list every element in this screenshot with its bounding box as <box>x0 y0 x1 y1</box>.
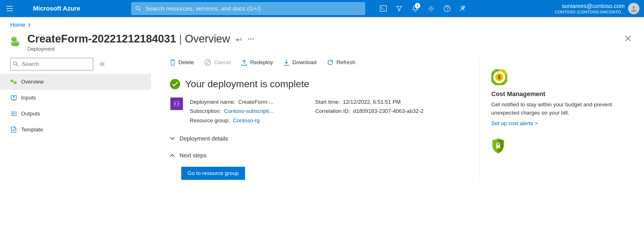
sidebar-item-inputs[interactable]: Inputs <box>0 90 151 106</box>
deployment-type-icon <box>170 97 183 110</box>
template-icon <box>10 126 17 133</box>
deployment-details: Deployment name: CreateForm-... Subscrip… <box>170 97 471 125</box>
title-block: CreateForm-20221212184031 | Overview Dep… <box>27 33 625 52</box>
search-icon <box>135 6 141 11</box>
cost-alerts-link[interactable]: Set up cost alerts > <box>491 120 538 127</box>
subscription-link[interactable]: Contoso-subscripti... <box>224 107 273 116</box>
chevron-double-left-icon <box>99 62 105 67</box>
svg-point-3 <box>430 7 432 10</box>
main: Delete Cancel Redeploy <box>153 58 634 180</box>
settings-button[interactable] <box>424 2 438 15</box>
hamburger-icon <box>7 6 13 11</box>
trash-icon <box>170 59 176 66</box>
cost-management-icon: $ <box>491 69 507 85</box>
close-icon <box>625 35 631 42</box>
svg-point-7 <box>632 6 635 9</box>
sidebar-item-label: Outputs <box>21 111 40 117</box>
cancel-icon <box>204 59 211 66</box>
sidebar-item-label: Template <box>21 127 43 133</box>
next-steps-expander[interactable]: Next steps <box>170 152 471 159</box>
user-email: soniarees@contoso.com <box>555 3 625 10</box>
svg-rect-2 <box>380 6 386 11</box>
deployment-resource-icon <box>10 34 23 47</box>
svg-text:$: $ <box>498 74 501 80</box>
pin-button[interactable] <box>236 36 242 42</box>
sidebar-item-outputs[interactable]: Outputs <box>0 106 151 122</box>
status-heading: Your deployment is complete <box>185 78 309 90</box>
help-icon <box>443 5 451 12</box>
right-panel: $ Cost Management Get notified to stay w… <box>480 58 634 180</box>
sidebar-item-label: Overview <box>21 79 44 85</box>
sidebar-item-overview[interactable]: Overview <box>0 74 151 90</box>
chevron-right-icon <box>28 23 31 27</box>
upload-icon <box>241 59 247 66</box>
security-shield-icon <box>491 138 634 154</box>
deployment-details-expander[interactable]: Deployment details <box>170 135 471 142</box>
gear-icon <box>427 5 435 12</box>
chevron-down-icon <box>170 137 175 140</box>
svg-point-9 <box>250 38 252 40</box>
global-search-input[interactable] <box>131 2 365 15</box>
directories-button[interactable] <box>392 2 406 15</box>
more-button[interactable] <box>248 38 254 40</box>
help-button[interactable] <box>440 2 454 15</box>
topbar-icons: 1 <box>376 2 470 15</box>
feedback-icon <box>459 5 467 12</box>
sidebar-search-row <box>10 58 153 70</box>
breadcrumb: Home <box>0 17 644 31</box>
brand-label[interactable]: Microsoft Azure <box>33 5 80 12</box>
avatar <box>628 3 639 14</box>
delete-button[interactable]: Delete <box>170 59 194 66</box>
avatar-icon <box>630 5 638 13</box>
body: Overview Inputs Outputs Template <box>0 58 644 180</box>
svg-line-12 <box>17 65 18 67</box>
correlation-value: d1809183-2307-4063-ab32-2 <box>353 107 423 116</box>
sidebar-item-template[interactable]: Template <box>0 122 151 138</box>
search-icon <box>13 62 18 67</box>
filter-icon <box>396 5 403 12</box>
page-subtitle: Deployment <box>27 46 625 52</box>
resource-group-link[interactable]: Contoso-rg <box>233 117 260 123</box>
hamburger-menu-button[interactable] <box>3 6 16 11</box>
download-button[interactable]: Download <box>283 59 317 66</box>
cost-management-text: Get notified to stay within your budget … <box>491 101 634 117</box>
svg-line-18 <box>206 60 210 64</box>
ellipsis-icon <box>248 38 254 40</box>
chevron-up-icon <box>170 154 175 157</box>
cancel-button: Cancel <box>204 59 231 66</box>
page-title: CreateForm-20221212184031 | Overview <box>27 33 230 45</box>
start-time-value: 12/12/2022, 6:51:51 PM <box>343 99 401 105</box>
inputs-icon <box>10 95 17 101</box>
sidebar-search-input[interactable] <box>10 58 93 70</box>
user-account[interactable]: soniarees@contoso.com CONTOSO (CONTOSO.O… <box>555 3 641 15</box>
outputs-icon <box>10 111 17 117</box>
feedback-button[interactable] <box>456 2 470 15</box>
pin-icon <box>236 36 242 42</box>
subscription-label: Subscription: <box>190 108 221 114</box>
refresh-icon <box>327 59 334 66</box>
top-bar: Microsoft Azure 1 soniarees@contoso.com <box>0 0 644 17</box>
deployment-name-label: Deployment name: <box>190 99 235 105</box>
user-text: soniarees@contoso.com CONTOSO (CONTOSO.O… <box>555 3 625 15</box>
refresh-button[interactable]: Refresh <box>327 59 356 66</box>
notifications-button[interactable]: 1 <box>408 2 422 15</box>
download-icon <box>283 59 290 66</box>
notification-badge: 1 <box>415 3 420 9</box>
svg-point-11 <box>14 62 17 65</box>
cloud-shell-button[interactable] <box>376 2 390 15</box>
close-button[interactable] <box>625 35 631 42</box>
go-to-resource-group-button[interactable]: Go to resource group <box>181 167 245 180</box>
sidebar: Overview Inputs Outputs Template <box>10 58 153 180</box>
redeploy-button[interactable]: Redeploy <box>241 59 273 66</box>
breadcrumb-home[interactable]: Home <box>10 22 25 28</box>
svg-point-0 <box>136 6 139 10</box>
user-tenant: CONTOSO (CONTOSO.ONCONTO... <box>555 10 625 15</box>
sidebar-item-label: Inputs <box>21 95 36 101</box>
svg-line-1 <box>139 9 141 11</box>
global-search <box>131 2 365 15</box>
success-icon <box>170 79 180 89</box>
correlation-label: Correlation ID: <box>315 108 350 114</box>
cloud-shell-icon <box>380 5 387 12</box>
cost-management-title: Cost Management <box>491 90 634 98</box>
collapse-sidebar-button[interactable] <box>99 62 105 67</box>
